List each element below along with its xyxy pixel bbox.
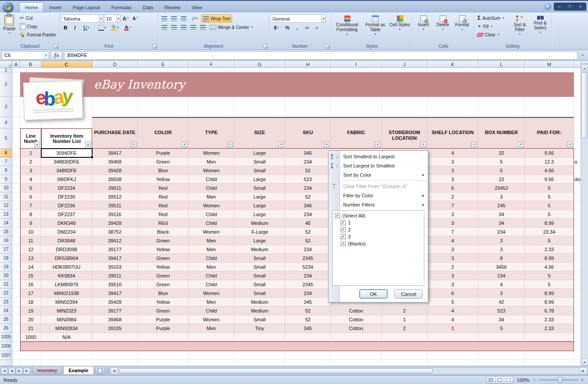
- column-header-partial[interactable]: [574, 61, 581, 68]
- column-header-J[interactable]: J: [382, 61, 427, 68]
- cell-L[interactable]: [478, 97, 525, 117]
- cell-J[interactable]: [382, 68, 427, 72]
- cell-A[interactable]: [12, 351, 20, 360]
- cell-K10[interactable]: 6: [427, 184, 478, 192]
- table-header-size[interactable]: SIZE▾: [234, 128, 285, 149]
- alignment-dialog-launcher[interactable]: [263, 44, 268, 49]
- checkbox-checked-icon[interactable]: ✓: [341, 241, 346, 246]
- cell-G[interactable]: [234, 360, 285, 366]
- cell-F19[interactable]: Men: [189, 263, 234, 271]
- table-header-storeroom-location[interactable]: STOREROOM LOCATION▾: [382, 128, 427, 149]
- cell-C14[interactable]: DKR348: [41, 219, 92, 228]
- cell-J[interactable]: [382, 360, 427, 366]
- cell-A[interactable]: [12, 228, 20, 236]
- accounting-format-button[interactable]: $▾: [270, 24, 282, 32]
- filter-button-K[interactable]: ▾: [471, 142, 477, 147]
- cell-E12[interactable]: Red: [138, 201, 189, 210]
- row-header-6[interactable]: 6: [0, 149, 12, 157]
- cell-partial-23[interactable]: [574, 298, 581, 306]
- cell-G[interactable]: [234, 97, 285, 117]
- table-header-sku[interactable]: SKU▾: [285, 128, 331, 149]
- table-header-fabric[interactable]: FABRIC▾: [331, 128, 382, 149]
- name-box[interactable]: C6▾: [2, 51, 49, 60]
- column-header-B[interactable]: B: [20, 61, 41, 68]
- cell-G12[interactable]: Large: [234, 201, 285, 210]
- number-format-combo[interactable]: General▾: [270, 14, 326, 23]
- cell-F6[interactable]: Women: [189, 149, 234, 157]
- cell-F11[interactable]: Men: [189, 192, 234, 201]
- cell-L20[interactable]: 234: [478, 271, 525, 280]
- scroll-down-button[interactable]: ▼: [581, 359, 588, 366]
- filter-ok-button[interactable]: OK: [359, 289, 387, 299]
- cell-partial-19[interactable]: [574, 263, 581, 271]
- cell-D11[interactable]: 39512: [92, 192, 138, 201]
- table-header-purchase-date[interactable]: PURCHASE DATE▾: [92, 128, 138, 149]
- row-header-21[interactable]: 21: [0, 280, 12, 289]
- cell-E[interactable]: [138, 68, 189, 72]
- filter-button-G[interactable]: ▾: [278, 142, 284, 147]
- cell-A[interactable]: [12, 271, 20, 280]
- cell-H8[interactable]: 52: [285, 166, 331, 175]
- cell-K18[interactable]: 3: [427, 254, 478, 263]
- cell-B24[interactable]: 19: [20, 306, 41, 315]
- cell-A[interactable]: [12, 184, 20, 192]
- row-header-4[interactable]: 4: [0, 117, 12, 128]
- cell-M6[interactable]: 9.56: [525, 149, 574, 157]
- cell-H[interactable]: [285, 351, 331, 360]
- cell-G18[interactable]: Small: [234, 254, 285, 263]
- cell-B[interactable]: [20, 68, 41, 72]
- row-header-9[interactable]: 9: [0, 175, 12, 184]
- column-header-A[interactable]: A: [12, 61, 20, 68]
- cell-C10[interactable]: DF2234: [41, 184, 92, 192]
- cell-K6[interactable]: 4: [427, 149, 478, 157]
- cell-partial[interactable]: [574, 128, 581, 149]
- cell-M[interactable]: [525, 97, 574, 117]
- cell-C7[interactable]: 348930DFE: [41, 157, 92, 166]
- ribbon-tab-formulas[interactable]: Formulas: [106, 2, 137, 12]
- cell-L6[interactable]: 32: [478, 149, 525, 157]
- cell-B21[interactable]: 16: [20, 280, 41, 289]
- cell-A[interactable]: [12, 117, 20, 128]
- cell-C26[interactable]: MIN92834: [41, 324, 92, 333]
- cell-F[interactable]: [189, 97, 234, 117]
- filter-value-3[interactable]: ✓3: [335, 233, 422, 240]
- zoom-slider-thumb[interactable]: [558, 377, 562, 383]
- cell-D17[interactable]: 39177: [92, 245, 138, 254]
- cell-K20[interactable]: 3: [427, 271, 478, 280]
- align-bottom-button[interactable]: [179, 14, 188, 22]
- cell-L18[interactable]: 8: [478, 254, 525, 263]
- cell-M22[interactable]: 8.99: [525, 289, 574, 298]
- fill-button[interactable]: ▼Fill▾: [476, 22, 509, 30]
- last-sheet-button[interactable]: ▶: [23, 368, 30, 374]
- table-header-inventory-item[interactable]: Inventory Item Number List▾: [41, 128, 92, 149]
- cell-M9[interactable]: 9.56: [525, 175, 574, 184]
- row-header-23[interactable]: 23: [0, 298, 12, 306]
- row-header-8[interactable]: 8: [0, 166, 12, 175]
- cell-C15[interactable]: DM2234: [41, 228, 92, 236]
- cell-L[interactable]: [478, 351, 525, 360]
- cell-E[interactable]: [138, 117, 189, 128]
- cell-I1005[interactable]: [331, 333, 382, 341]
- clear-button[interactable]: Clear▾: [476, 31, 509, 39]
- cell-G21[interactable]: Small: [234, 280, 285, 289]
- cell-E24[interactable]: Green: [138, 306, 189, 315]
- cell-H25[interactable]: 52: [285, 315, 331, 324]
- cell-H10[interactable]: 234: [285, 184, 331, 192]
- cell-L[interactable]: [478, 68, 525, 72]
- align-center-button[interactable]: [169, 23, 178, 31]
- cell-partial[interactable]: [574, 97, 581, 117]
- cell-K17[interactable]: 3: [427, 245, 478, 254]
- row-header-1005[interactable]: 1005: [0, 333, 12, 341]
- cell-L14[interactable]: 34: [478, 219, 525, 228]
- cell-E7[interactable]: Green: [138, 157, 189, 166]
- filter-button-H[interactable]: ▾: [324, 142, 330, 147]
- cell-A[interactable]: [12, 210, 20, 219]
- cell-partial-14[interactable]: [574, 219, 581, 228]
- cell-C19[interactable]: HDK0897UU: [41, 263, 92, 271]
- cell-F23[interactable]: Men: [189, 298, 234, 306]
- insert-cells-button[interactable]: Insert▾: [414, 14, 433, 32]
- cell-A[interactable]: [12, 219, 20, 228]
- column-header-I[interactable]: I: [331, 61, 382, 68]
- cell-D14[interactable]: 39428: [92, 219, 138, 228]
- cell-D25[interactable]: 39468: [92, 315, 138, 324]
